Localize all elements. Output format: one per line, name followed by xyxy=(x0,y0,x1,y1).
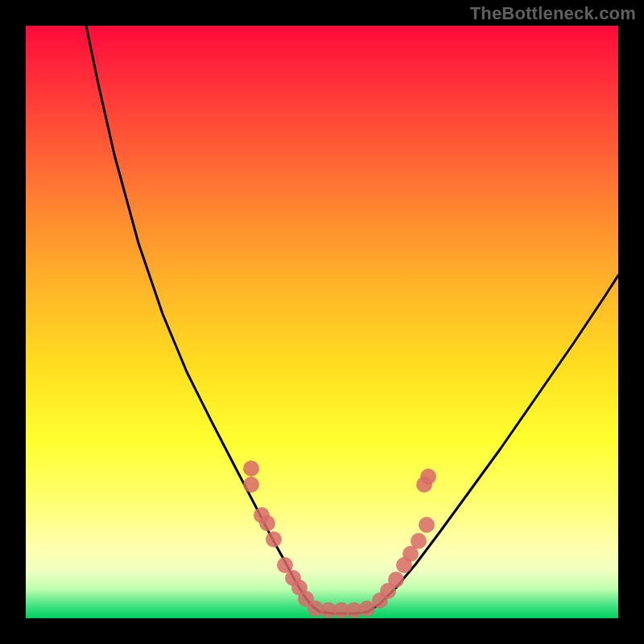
plot-area xyxy=(26,26,618,618)
curve-marker xyxy=(419,517,435,533)
chart-svg xyxy=(26,26,618,618)
curve-marker xyxy=(243,477,259,493)
curve-marker xyxy=(266,531,282,547)
curve-path xyxy=(86,26,618,613)
curve-marker xyxy=(243,460,259,477)
curve-markers xyxy=(243,460,436,618)
chart-frame: TheBottleneck.com xyxy=(0,0,644,644)
bottleneck-curve xyxy=(86,26,618,613)
curve-marker xyxy=(420,469,436,485)
curve-marker xyxy=(259,515,275,531)
watermark-text: TheBottleneck.com xyxy=(470,3,636,24)
curve-marker xyxy=(388,572,404,588)
curve-marker xyxy=(411,533,427,549)
